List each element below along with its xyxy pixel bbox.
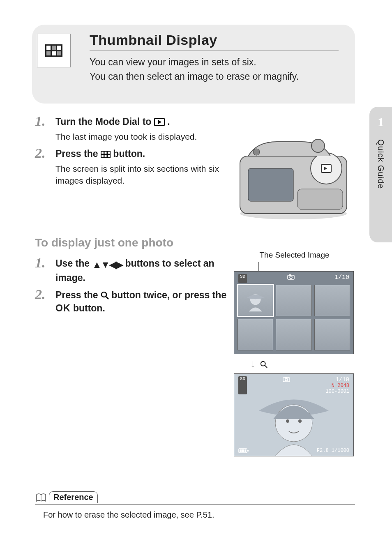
exposure-info: F2.8 1/1000 <box>317 448 349 454</box>
image-size: N 2048 <box>325 383 349 389</box>
callout-line <box>258 262 259 271</box>
svg-rect-43 <box>242 449 244 452</box>
camera-mode-icon <box>283 376 290 394</box>
thumb-cell <box>276 319 311 350</box>
svg-marker-8 <box>158 120 161 124</box>
thumbnail-icon <box>37 34 71 67</box>
selected-image-label: The Selected Image <box>234 251 355 260</box>
step-number: 1. <box>35 255 46 271</box>
subheading: To display just one photo <box>35 236 355 249</box>
sd-badge: SD <box>238 376 247 394</box>
battery-icon <box>238 448 249 454</box>
thumb-cell <box>314 285 350 316</box>
thumbnail-button-icon <box>101 151 111 158</box>
side-chapter-tab: 1 Quick Guide <box>369 107 392 242</box>
svg-rect-5 <box>52 51 56 55</box>
sd-badge: SD <box>238 274 247 283</box>
step-title: Use the ▲▼◀▶ buttons to select an image. <box>55 257 228 284</box>
svg-rect-2 <box>52 46 56 50</box>
svg-rect-6 <box>57 51 61 55</box>
main-content: 1. Turn the Mode Dial to . The last imag… <box>35 115 355 315</box>
camera-illustration <box>232 131 355 222</box>
svg-rect-14 <box>104 155 106 157</box>
thumb-cell <box>314 319 350 350</box>
svg-point-25 <box>101 292 106 297</box>
thumbnail-grid-screen: SD 1/10 <box>234 271 354 354</box>
thumb-cell <box>238 319 273 350</box>
svg-rect-13 <box>101 155 104 157</box>
step-number: 2. <box>35 287 46 302</box>
step-title: Press the button twice, or press the OK … <box>55 288 232 315</box>
magnify-icon <box>101 291 109 299</box>
step-number: 2. <box>35 145 46 161</box>
svg-rect-23 <box>297 189 343 210</box>
svg-rect-44 <box>244 449 246 452</box>
svg-point-31 <box>261 362 265 366</box>
ok-button-label: OK <box>55 303 71 313</box>
svg-point-35 <box>286 419 289 423</box>
single-image-screen: SD 1/10 N 2048 100-0001 F2.8 1/1000 <box>234 373 354 456</box>
hero-line-2: You can then select an image to erase or… <box>90 70 339 83</box>
svg-rect-18 <box>248 168 293 201</box>
svg-rect-39 <box>285 377 287 378</box>
svg-rect-41 <box>247 450 249 451</box>
playback-icon <box>154 118 165 126</box>
magnify-small-icon <box>260 359 267 369</box>
flow-arrow: ↓ <box>234 357 355 370</box>
svg-rect-12 <box>108 152 110 154</box>
dpad-icon: ▲▼◀▶ <box>92 258 122 271</box>
step-title: Turn the Mode Dial to . <box>55 115 355 128</box>
hero-line-1: You can view your images in sets of six. <box>90 56 339 69</box>
svg-rect-1 <box>46 46 51 50</box>
svg-rect-4 <box>46 51 51 55</box>
svg-rect-15 <box>108 155 110 157</box>
svg-point-28 <box>290 276 292 279</box>
step-number: 1. <box>35 113 46 129</box>
svg-line-26 <box>106 297 108 299</box>
svg-point-24 <box>253 149 260 155</box>
svg-point-22 <box>311 139 325 152</box>
svg-rect-42 <box>240 449 242 452</box>
screen-previews: The Selected Image SD 1/10 <box>234 251 355 456</box>
camera-mode-icon <box>287 274 295 283</box>
reference-text: For how to erase the selected image, see… <box>43 510 355 520</box>
reference-section: Reference For how to erase the selected … <box>35 491 355 520</box>
reference-label: Reference <box>49 491 98 503</box>
image-counter: 1/10 <box>334 274 349 283</box>
book-icon <box>35 492 47 503</box>
step-desc: The last image you took is displayed. <box>55 131 232 143</box>
svg-point-38 <box>285 378 288 381</box>
svg-rect-29 <box>289 274 291 276</box>
image-counter: 1/10 <box>325 376 349 383</box>
down-arrow-icon: ↓ <box>250 357 256 370</box>
svg-rect-11 <box>104 152 106 154</box>
thumb-cell-selected <box>238 285 273 316</box>
hero-panel: Thumbnail Display You can view your imag… <box>32 25 355 104</box>
chapter-number: 1 <box>369 115 392 129</box>
step-desc: The screen is split into six sections wi… <box>55 163 232 187</box>
svg-rect-3 <box>57 46 61 50</box>
svg-point-36 <box>298 419 302 423</box>
svg-line-32 <box>265 366 267 368</box>
hero-title: Thumbnail Display <box>90 32 339 51</box>
thumb-cell <box>276 285 311 316</box>
svg-rect-10 <box>101 152 104 154</box>
chapter-label: Quick Guide <box>376 139 385 189</box>
file-number: 100-0001 <box>325 389 349 394</box>
